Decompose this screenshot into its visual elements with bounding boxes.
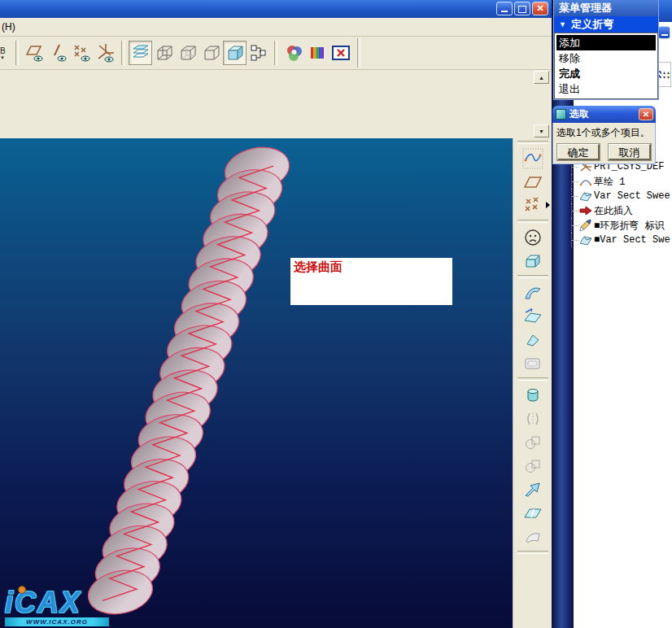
close-view-button[interactable] [329,41,352,65]
window-controls: ✕ [496,2,548,15]
tree-item-toroidal-bend[interactable]: ■环形折弯 标识 [571,218,672,233]
tree-guide [571,174,579,189]
quilt-icon [579,233,592,246]
bend-icon [579,219,592,232]
wireframe-layers-button[interactable] [129,41,152,65]
swept-coil-model[interactable] [0,138,513,628]
select-dialog-body: 选取1个或多个项目。 确定 取消 [552,123,656,164]
render-control-button[interactable] [281,41,305,65]
datum-plane-button[interactable] [521,171,545,193]
toolbar-separator [517,377,548,381]
hidden-line-display-button[interactable] [176,41,199,65]
menu-manager-title: 菜单管理器 [559,1,612,15]
datum-csys-display-toggle[interactable] [94,41,117,65]
extrude-button[interactable] [521,250,545,272]
datum-point-button[interactable] [521,194,545,216]
help-menu-fragment[interactable]: (H) [0,21,15,33]
message-scrollbar[interactable]: ▲ ▼ [534,71,548,137]
sweep-surface-button[interactable] [521,305,545,327]
trim-surface-icon [522,503,543,524]
datum-point-icon [72,42,93,63]
minimize-button[interactable] [496,2,513,15]
datum-point-display-toggle[interactable] [70,41,94,65]
toolbar-separator [517,220,548,223]
flyout-arrow-icon[interactable] [546,202,550,208]
cube-no-hidden-icon [202,43,221,63]
icax-watermark: iCAX WWW.ICAX.ORG [5,589,109,626]
scroll-up-button[interactable]: ▲ [534,71,549,84]
blend-wedge-icon [522,329,543,351]
minimize-icon [661,34,668,36]
style-rect-button[interactable] [521,352,545,374]
datum-curve-button[interactable] [521,147,545,169]
shell-cup-icon [522,385,543,406]
tree-item-insert-here[interactable]: 在此插入 [571,203,672,218]
color-wheel-icon [284,43,303,63]
combo-fragment[interactable]: B ▼ [0,41,11,65]
spin-arrows-icon: ▴▾ [667,70,670,80]
menu-item-quit[interactable]: 退出 [556,81,656,97]
close-button[interactable]: ✕ [532,2,548,15]
tree-item-label: ■环形折弯 标识 [594,219,664,233]
graphics-viewport[interactable]: 选择曲面 iCAX WWW.ICAX.ORG [0,138,513,628]
menu-bar: (H) [0,18,552,37]
select-dialog-titlebar[interactable]: 选取 ✕ [552,106,656,123]
model-tree-toggle-icon [249,43,268,63]
offset-surface-button[interactable] [521,526,545,547]
circle-face-icon [522,227,543,248]
insert-here-icon [579,204,592,217]
tree-item-sketch[interactable]: 草绘 1 [571,174,672,189]
logo-dot-icon [18,586,26,594]
menu-item-add[interactable]: 添加 [556,35,656,50]
toolbar-separator [121,41,124,65]
chevron-down-icon: ▼ [0,55,5,60]
tree-item-label: Var Sect Swee [594,190,670,202]
scroll-down-button[interactable]: ▼ [534,124,549,137]
tree-minimize-fragment[interactable] [658,26,670,39]
tree-item-label: 在此插入 [594,204,633,218]
datum-axis-display-toggle[interactable] [46,41,70,65]
menu-item-remove[interactable]: 移除 [556,50,656,66]
menu-group-label: 定义折弯 [571,17,613,32]
toolbar-separator [15,41,19,65]
menu-group-header[interactable]: ▼ 定义折弯 [554,16,658,33]
wireframe-display-button[interactable] [152,41,176,65]
trim-surface-button[interactable] [521,502,545,524]
ok-button[interactable]: 确定 [557,144,600,160]
extend-button[interactable] [521,478,545,500]
pattern-group-button[interactable] [521,431,545,453]
mirror-button[interactable] [521,408,545,430]
proe-screen: ✕ (H) B ▼ [0,0,672,628]
appearance-palette-button[interactable] [305,41,329,65]
extrude-box-icon [522,251,543,272]
dialog-message: 选取1个或多个项目。 [556,126,652,140]
dialog-close-button[interactable]: ✕ [639,108,653,120]
menu-item-done[interactable]: 完成 [556,66,656,81]
shell-button[interactable] [521,384,545,406]
main-titlebar[interactable]: ✕ [0,0,552,18]
model-tree-toggle-button[interactable] [247,41,270,65]
pattern-group-2-button[interactable] [521,455,545,477]
datum-plane-display-toggle[interactable] [23,41,46,65]
toolbar-separator [274,41,277,65]
sweep-surface-icon [522,306,543,327]
menu-manager-titlebar[interactable]: 菜单管理器 [554,0,658,16]
offset-surface-icon [522,526,543,547]
tree-item-label: ■Var Sect Swe [594,234,670,246]
revolve-surface-button[interactable] [521,281,545,303]
cube-hidden-line-icon [178,43,198,63]
shaded-display-button[interactable] [223,41,247,65]
no-hidden-display-button[interactable] [199,41,223,65]
circle-face-button[interactable] [521,226,545,248]
datum-plane-icon [24,42,46,63]
minimize-icon [501,11,508,12]
dialog-title: 选取 [569,107,635,121]
blend-surface-button[interactable] [521,329,545,351]
tree-item-sweep[interactable]: Var Sect Swee [571,189,672,203]
style-rect-icon [522,353,543,374]
red-x-icon [331,43,351,63]
tree-item-sweep-2[interactable]: ■Var Sect Swe [571,233,672,247]
cancel-button[interactable]: 取消 [609,144,651,160]
maximize-button[interactable] [514,2,530,15]
menu-list: 添加 移除 完成 退出 [554,33,658,99]
